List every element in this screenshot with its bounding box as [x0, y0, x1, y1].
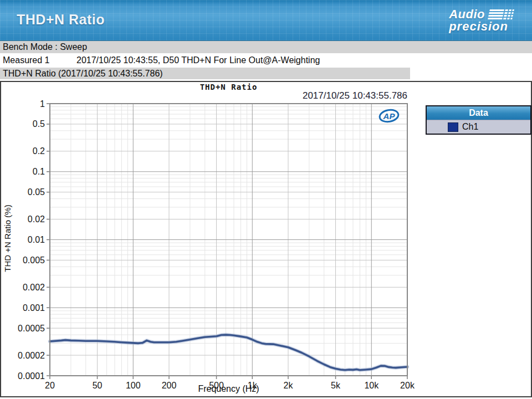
legend-header: Data [427, 106, 530, 120]
legend-box: Data Ch1 [426, 105, 531, 135]
y-tick-label: 0.005 [23, 255, 45, 265]
audio-precision-logo: Audio precision [449, 7, 513, 34]
y-tick-label: 0.0001 [18, 371, 45, 381]
legend-row-ch1[interactable]: Ch1 [427, 120, 530, 134]
y-tick-label: 0.0002 [18, 351, 45, 360]
x-axis-title: Frequency (Hz) [50, 384, 407, 394]
y-tick-label: 0.1 [33, 167, 45, 176]
section-title-text: THD+N Ratio (2017/10/25 10:43:55.786) [0, 69, 163, 79]
bench-mode-text: Bench Mode : Sweep [0, 42, 87, 52]
brand-precision-text: precision [449, 19, 513, 34]
chart-timestamp: 2017/10/25 10:43:55.786 [303, 90, 407, 101]
logo-bars-icon [488, 9, 514, 19]
bench-mode-bar: Bench Mode : Sweep [0, 41, 532, 53]
chart-container: 10.50.20.10.050.020.010.0050.0020.0010.0… [0, 81, 532, 397]
measured-description: 2017/10/25 10:43:55, D50 THD+N For Line … [76, 55, 320, 65]
y-tick-label: 0.002 [23, 283, 45, 292]
y-tick-label: 0.001 [23, 303, 45, 313]
y-tick-label: 0.0005 [18, 324, 45, 333]
y-tick-label: 0.02 [28, 214, 45, 224]
section-title-bar: THD+N Ratio (2017/10/25 10:43:55.786) [0, 68, 410, 79]
y-tick-label: 0.5 [33, 119, 45, 129]
header-bar: THD+N Ratio Audio precision [0, 0, 532, 41]
measured-label: Measured 1 [0, 55, 76, 65]
y-tick-label: 1 [40, 99, 45, 109]
y-axis-title: THD +N Ratio (%) [3, 183, 13, 294]
page-title: THD+N Ratio [17, 12, 105, 28]
ap-logo-icon: AP [376, 108, 402, 124]
legend-swatch-ch1 [448, 122, 458, 132]
ch1-curve-halo [50, 335, 407, 370]
y-tick-label: 0.01 [28, 235, 45, 244]
report-page: THD+N Ratio Audio precision Bench Mode :… [0, 0, 532, 399]
y-tick-label: 0.05 [28, 187, 45, 197]
legend-label-ch1: Ch1 [462, 122, 478, 132]
svg-text:AP: AP [383, 111, 396, 121]
y-tick-label: 0.2 [33, 146, 45, 156]
measured-row: Measured 1 2017/10/25 10:43:55, D50 THD+… [0, 53, 532, 68]
legend-title: Data [469, 108, 488, 118]
